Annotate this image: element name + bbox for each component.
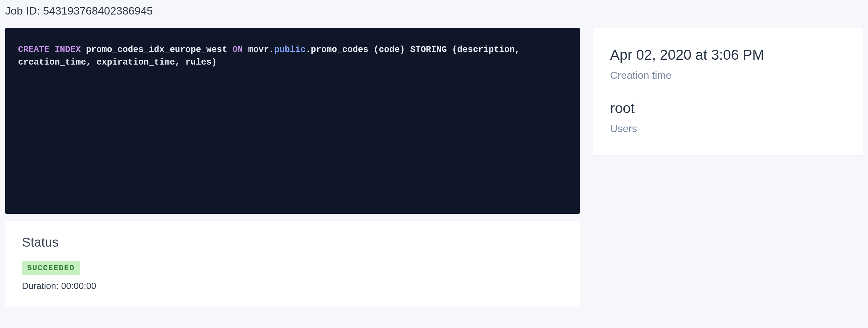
users-value: root: [610, 100, 846, 116]
main-column: CREATE INDEX promo_codes_idx_europe_west…: [5, 28, 580, 307]
job-id-prefix: Job ID:: [5, 4, 43, 17]
sql-statement-card: CREATE INDEX promo_codes_idx_europe_west…: [5, 28, 580, 214]
job-id-value: 543193768402386945: [43, 4, 153, 17]
status-duration: Duration: 00:00:00: [22, 281, 563, 291]
duration-label: Duration:: [22, 281, 61, 291]
users-label: Users: [610, 123, 846, 135]
side-column: Apr 02, 2020 at 3:06 PM Creation time ro…: [593, 28, 863, 155]
status-badge: SUCCEEDED: [22, 261, 80, 275]
creation-time-value: Apr 02, 2020 at 3:06 PM: [610, 47, 846, 63]
sql-keyword-on: ON: [232, 45, 243, 55]
sql-index-name: promo_codes_idx_europe_west: [81, 45, 232, 55]
sql-db-prefix: movr.: [243, 45, 274, 55]
sql-public-schema: public: [274, 45, 306, 55]
status-title: Status: [22, 235, 563, 249]
duration-value: 00:00:00: [61, 281, 96, 291]
sql-keyword-create-index: CREATE INDEX: [18, 45, 81, 55]
creation-time-label: Creation time: [610, 69, 846, 81]
job-id-header: Job ID: 543193768402386945: [5, 4, 863, 17]
info-card: Apr 02, 2020 at 3:06 PM Creation time ro…: [593, 28, 863, 155]
status-card: Status SUCCEEDED Duration: 00:00:00: [5, 221, 580, 307]
content-wrap: CREATE INDEX promo_codes_idx_europe_west…: [5, 28, 863, 307]
